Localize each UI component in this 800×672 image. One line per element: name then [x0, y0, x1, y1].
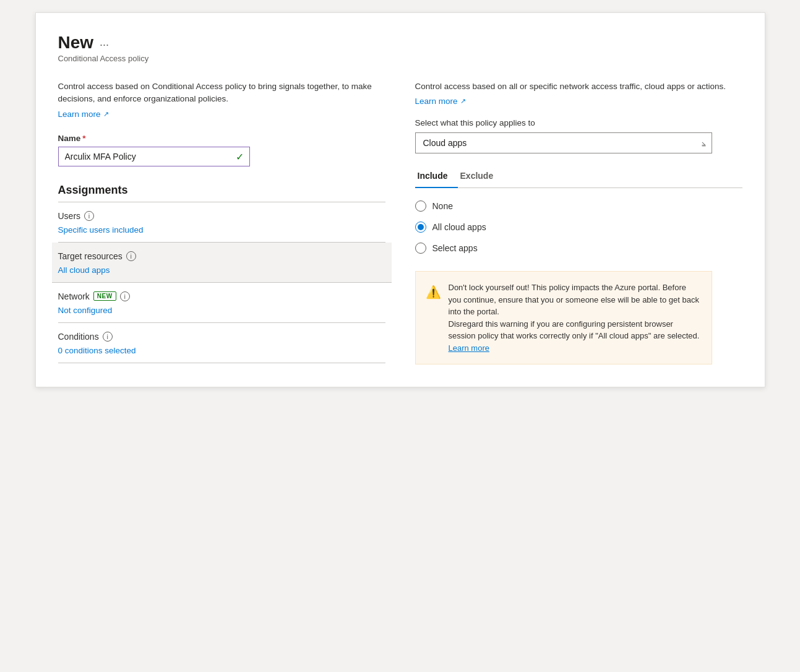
include-exclude-tabs: Include Exclude	[415, 166, 742, 188]
users-label: Users	[58, 211, 81, 221]
tab-include[interactable]: Include	[415, 166, 458, 188]
warning-triangle-icon: ⚠️	[426, 283, 441, 354]
right-description: Control access based on all or specific …	[415, 80, 742, 93]
external-link-icon: ↗	[103, 110, 109, 118]
page-title: New	[58, 33, 94, 53]
left-description: Control access based on Conditional Acce…	[58, 80, 385, 106]
name-input-wrapper: ✓	[58, 147, 250, 166]
content-columns: Control access based on Conditional Acce…	[58, 80, 742, 364]
radio-none-item[interactable]: None	[415, 200, 742, 212]
cloud-apps-dropdown[interactable]: Cloud apps Actions	[415, 132, 712, 153]
network-label-row: Network NEW i	[58, 291, 385, 301]
target-resources-label: Target resources	[58, 251, 123, 261]
radio-all-cloud-circle	[415, 222, 426, 233]
right-column: Control access based on all or specific …	[415, 80, 742, 364]
network-label: Network	[58, 291, 90, 301]
network-info-icon[interactable]: i	[120, 291, 130, 301]
radio-none-circle	[415, 200, 426, 212]
users-value-link[interactable]: Specific users included	[58, 225, 144, 235]
target-resources-label-row: Target resources i	[58, 251, 385, 261]
left-learn-more-label: Learn more	[58, 110, 101, 119]
right-external-link-icon: ↗	[460, 97, 466, 105]
left-column: Control access based on Conditional Acce…	[58, 80, 385, 364]
target-resources-item[interactable]: Target resources i All cloud apps	[52, 243, 392, 283]
required-star: *	[82, 134, 85, 143]
conditions-label: Conditions	[58, 332, 99, 342]
tab-exclude[interactable]: Exclude	[458, 166, 504, 188]
assignments-title: Assignments	[58, 184, 385, 202]
header: New ···	[58, 33, 742, 53]
name-input[interactable]	[58, 147, 250, 166]
conditions-label-row: Conditions i	[58, 332, 385, 342]
warning-learn-more-link[interactable]: Learn more	[449, 343, 489, 353]
users-item: Users i Specific users included	[58, 202, 385, 243]
radio-group: None All cloud apps Select apps	[415, 200, 742, 254]
users-info-icon[interactable]: i	[84, 211, 94, 221]
network-value-link[interactable]: Not configured	[58, 306, 113, 315]
main-panel: New ··· Conditional Access policy Contro…	[35, 12, 765, 387]
right-learn-more-label: Learn more	[415, 97, 458, 106]
radio-select-apps-circle	[415, 243, 426, 254]
warning-text-content: Don't lock yourself out! This policy imp…	[449, 282, 702, 354]
radio-none-label: None	[432, 201, 453, 211]
target-resources-value-link[interactable]: All cloud apps	[58, 265, 110, 275]
radio-all-cloud-dot	[418, 224, 424, 230]
applies-to-label: Select what this policy applies to	[415, 118, 742, 127]
left-learn-more-link[interactable]: Learn more ↗	[58, 110, 109, 119]
page-subtitle: Conditional Access policy	[58, 54, 742, 63]
right-learn-more-link[interactable]: Learn more ↗	[415, 97, 466, 106]
name-section: Name* ✓	[58, 134, 385, 166]
conditions-info-icon[interactable]: i	[103, 332, 113, 342]
network-item: Network NEW i Not configured	[58, 283, 385, 323]
warning-box: ⚠️ Don't lock yourself out! This policy …	[415, 271, 712, 364]
conditions-item: Conditions i 0 conditions selected	[58, 323, 385, 363]
cloud-apps-dropdown-wrapper: Cloud apps Actions ⦥	[415, 132, 712, 153]
users-label-row: Users i	[58, 211, 385, 221]
radio-all-cloud-item[interactable]: All cloud apps	[415, 222, 742, 233]
radio-all-cloud-label: All cloud apps	[432, 222, 486, 232]
assignments-section: Assignments Users i Specific users inclu…	[58, 184, 385, 363]
radio-select-apps-item[interactable]: Select apps	[415, 243, 742, 254]
new-badge: NEW	[93, 291, 116, 301]
radio-select-apps-label: Select apps	[432, 243, 478, 253]
name-label: Name*	[58, 134, 385, 143]
conditions-value-link[interactable]: 0 conditions selected	[58, 346, 136, 355]
ellipsis-menu[interactable]: ···	[100, 38, 109, 51]
target-resources-info-icon[interactable]: i	[126, 251, 136, 261]
